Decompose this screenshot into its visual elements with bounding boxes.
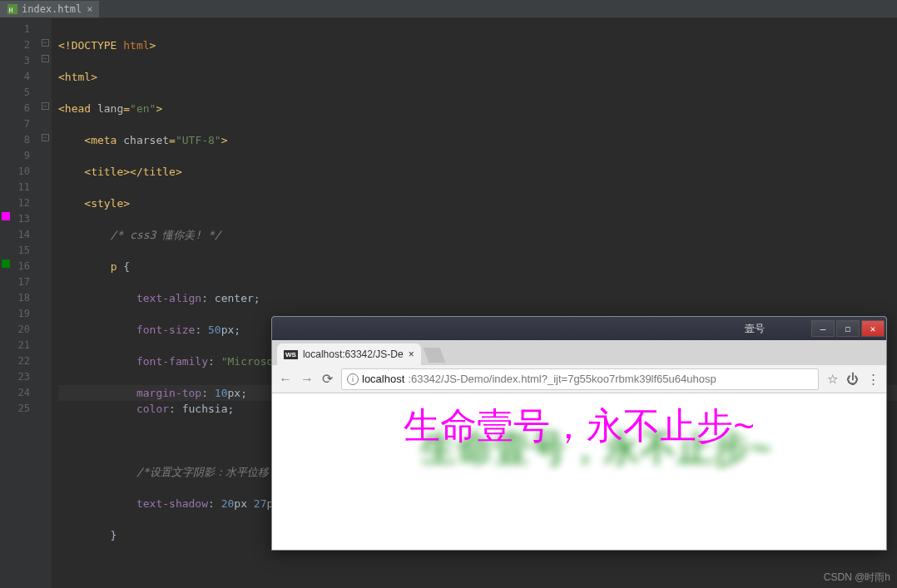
line-number: 14 xyxy=(0,227,30,243)
demo-paragraph: 生命壹号，永不止步~ xyxy=(272,402,886,451)
browser-tab[interactable]: WS localhost:63342/JS-De × xyxy=(277,343,421,365)
line-number: 2 xyxy=(0,37,30,53)
line-number: 21 xyxy=(0,338,30,353)
maximize-button[interactable]: ☐ xyxy=(836,320,860,337)
line-number: 6 xyxy=(0,101,30,116)
address-bar[interactable]: i localhost:63342/JS-Demo/index.html?_ij… xyxy=(341,368,819,390)
line-number: 5 xyxy=(0,85,30,101)
line-number: 12 xyxy=(0,195,30,211)
watermark: CSDN @时雨h xyxy=(824,571,890,585)
webstorm-icon: WS xyxy=(284,350,298,359)
line-number: 17 xyxy=(0,274,30,290)
fold-toggle-icon[interactable]: − xyxy=(42,102,49,110)
browser-window: 壹号 — ☐ ✕ WS localhost:63342/JS-De × ← → … xyxy=(271,316,887,551)
line-number: 11 xyxy=(0,180,30,195)
close-icon[interactable]: × xyxy=(87,3,92,15)
browser-titlebar[interactable]: 壹号 — ☐ ✕ xyxy=(272,317,886,340)
line-gutter: 1 2 3 4 5 6 7 8 9 10 11 12 13 14 15 16 1… xyxy=(0,18,40,588)
gutter-color-marker xyxy=(2,212,10,220)
power-icon[interactable]: ⏻ xyxy=(846,372,859,386)
browser-tab-bar: WS localhost:63342/JS-De × xyxy=(272,340,886,365)
line-number: 24 xyxy=(0,385,30,401)
close-button[interactable]: ✕ xyxy=(861,320,885,337)
line-number: 7 xyxy=(0,116,30,132)
menu-icon[interactable]: ⋮ xyxy=(867,372,880,387)
forward-icon[interactable]: → xyxy=(300,372,314,387)
ide-tab-bar: H index.html × xyxy=(0,0,897,18)
back-icon[interactable]: ← xyxy=(279,372,292,387)
line-number: 15 xyxy=(0,243,30,259)
html-file-icon: H xyxy=(7,3,18,15)
fold-toggle-icon[interactable]: − xyxy=(42,39,49,47)
line-number: 18 xyxy=(0,290,30,306)
line-number: 19 xyxy=(0,306,30,322)
url-path: :63342/JS-Demo/index.html?_ijt=7g55koo7r… xyxy=(408,373,716,385)
close-icon[interactable]: × xyxy=(409,348,414,360)
line-number: 10 xyxy=(0,164,30,180)
info-icon[interactable]: i xyxy=(347,373,359,385)
window-label: 壹号 xyxy=(745,322,765,336)
browser-toolbar: ← → ⟳ i localhost:63342/JS-Demo/index.ht… xyxy=(272,365,886,393)
fold-toggle-icon[interactable]: − xyxy=(42,134,49,141)
new-tab-button[interactable] xyxy=(423,348,445,363)
gutter-color-marker xyxy=(2,259,10,268)
line-number: 23 xyxy=(0,369,30,385)
browser-tab-label: localhost:63342/JS-De xyxy=(303,348,404,360)
line-number: 25 xyxy=(0,401,30,417)
line-number: 1 xyxy=(0,22,30,37)
line-number: 8 xyxy=(0,132,30,148)
svg-text:H: H xyxy=(9,6,13,13)
fold-toggle-icon[interactable]: − xyxy=(42,55,49,62)
minimize-button[interactable]: — xyxy=(811,320,835,337)
line-number: 9 xyxy=(0,148,30,164)
reload-icon[interactable]: ⟳ xyxy=(322,371,333,387)
fold-column: − − − − xyxy=(40,18,52,588)
url-host: localhost xyxy=(362,373,404,385)
line-number: 22 xyxy=(0,353,30,369)
star-icon[interactable]: ☆ xyxy=(827,372,838,387)
file-tab-index[interactable]: H index.html × xyxy=(0,1,99,17)
browser-viewport: 生命壹号，永不止步~ xyxy=(272,393,886,550)
line-number: 4 xyxy=(0,69,30,85)
line-number: 20 xyxy=(0,322,30,338)
file-tab-label: index.html xyxy=(22,3,82,15)
line-number: 3 xyxy=(0,53,30,69)
